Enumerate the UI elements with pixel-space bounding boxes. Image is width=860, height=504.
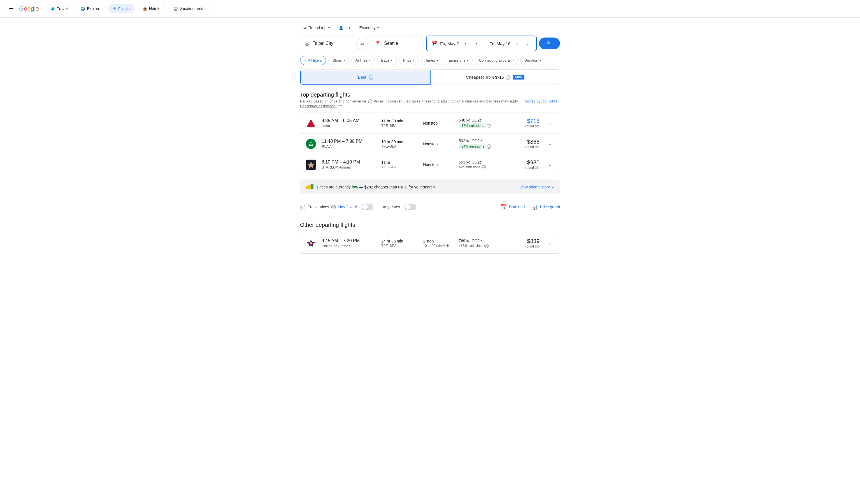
flight-3-duration: 11 hr TPE–SEA [381, 160, 417, 169]
flight-1-price: $715 round trip [510, 118, 540, 128]
nav-vacation[interactable]: 🏠 Vacation rentals [168, 4, 212, 13]
return-date-next-button[interactable]: › [524, 40, 532, 47]
date-prev-button[interactable]: ‹ [462, 40, 470, 47]
sorted-by-button[interactable]: Sorted by top flights ↕ [525, 99, 560, 103]
flight-3-stops: Nonstop [423, 162, 453, 167]
swap-airports-button[interactable]: ⇄ [356, 37, 368, 50]
connecting-airports-dropdown-icon: ▾ [512, 59, 514, 62]
nav-explore[interactable]: 🌍 Explore [76, 4, 105, 13]
passengers-dropdown-arrow: ▾ [349, 26, 350, 29]
hotels-icon: 🏨 [143, 6, 147, 11]
flight-card-2[interactable]: EVA 11:40 PM – 7:30 PM EVA Air 10 hr 50 … [300, 134, 560, 154]
flight-3-time-range: 8:10 PM – 4:10 PM [321, 160, 376, 165]
ranked-info-icon[interactable]: ⓘ [368, 99, 372, 103]
flight-1-emissions: 548 kg CO2e -17% emissions ⓘ [459, 118, 504, 128]
passengers-selector[interactable]: 👤 1 ▾ [335, 23, 354, 32]
bags-filter[interactable]: Bags ▾ [377, 56, 397, 65]
emissions-info-icon-2[interactable]: ⓘ [487, 145, 491, 149]
expand-icon-3: ⌄ [548, 162, 551, 167]
round-trip-icon: ⇄ [303, 26, 307, 30]
flight-4-stops: 1 stop 10 hr 20 min MNL [423, 239, 453, 248]
trip-dropdown-arrow: ▾ [328, 26, 330, 29]
return-date-prev-button[interactable]: ‹ [513, 40, 521, 47]
departure-date-field[interactable]: 📅 Fri, May 2 ‹ › [427, 36, 485, 51]
flight-1-duration: 11 hr 30 min TPE–SEA [381, 119, 417, 128]
origin-input[interactable]: Taipei City [313, 41, 349, 46]
flight-4-expand-button[interactable]: ⌄ [545, 239, 554, 248]
date-grid-button[interactable]: 📅 Date grid [501, 204, 525, 210]
flight-2-price: $866 round trip [510, 138, 540, 149]
philippine-airlines-logo [306, 238, 316, 248]
svg-point-14 [310, 242, 312, 244]
duration-filter[interactable]: Duration ▾ [520, 56, 545, 65]
flight-4-price: $839 round trip [510, 238, 540, 248]
emissions-info-icon-1[interactable]: ⓘ [487, 124, 491, 128]
cabin-selector[interactable]: Economy ▾ [356, 23, 382, 32]
expand-icon-4: ⌄ [548, 240, 551, 246]
flight-2-expand-button[interactable]: ⌄ [545, 139, 554, 148]
flight-card-4[interactable]: 9:45 AM – 7:20 PM Philippine Airlines 24… [300, 233, 560, 253]
other-flights-list: 9:45 AM – 7:20 PM Philippine Airlines 24… [300, 233, 560, 254]
nav-travel[interactable]: 🧳 Travel [46, 4, 72, 13]
flight-4-duration: 24 hr 35 min TPE–SEA [381, 239, 417, 248]
expand-icon-2: ⌄ [548, 141, 551, 146]
airlines-filter[interactable]: Airlines ▾ [351, 56, 375, 65]
stops-filter[interactable]: Stops ▾ [328, 56, 349, 65]
flight-1-expand-button[interactable]: ⌄ [545, 119, 554, 128]
any-dates-toggle[interactable] [404, 204, 416, 210]
destination-field[interactable]: 📍 Seattle [370, 35, 424, 51]
cheapest-info-icon[interactable]: ⓘ [506, 75, 511, 79]
track-info-icon[interactable]: ⓘ [331, 205, 335, 209]
duration-dropdown-icon: ▾ [540, 59, 541, 62]
emissions-filter[interactable]: Emissions ▾ [445, 56, 473, 65]
price-graph-button[interactable]: 📊 Price graph [531, 204, 560, 210]
return-date-field[interactable]: Fri, May 16 ‹ › [485, 36, 536, 51]
origin-field[interactable]: ◎ Taipei City [300, 35, 354, 51]
flight-1-airline: Delta [321, 124, 376, 128]
price-low-icon [306, 184, 314, 190]
nav-flights[interactable]: ✈ Flights [109, 4, 134, 13]
stops-dropdown-icon: ▾ [343, 59, 345, 62]
price-filter[interactable]: Price ▾ [399, 56, 419, 65]
date-range-field[interactable]: 📅 Fri, May 2 ‹ › Fri, May 16 ‹ › [426, 35, 537, 51]
flight-card-1[interactable]: 9:35 AM – 6:05 AM Delta 11 hr 30 min TPE… [300, 113, 560, 134]
flight-card-3[interactable]: 8:10 PM – 4:10 PM STARLUX Airlines 11 hr… [300, 154, 560, 175]
search-icon: 🔍 [547, 41, 552, 46]
emissions-info-icon-3[interactable]: ⓘ [482, 165, 486, 169]
top-flights-title: Top departing flights [300, 92, 560, 98]
nav-hotels[interactable]: 🏨 Hotels [138, 4, 165, 13]
person-icon: 👤 [339, 26, 343, 30]
flight-3-emissions: 653 kg CO2e Avg emissions ⓘ [459, 160, 504, 169]
sort-best-tab[interactable]: Best ⓘ [300, 70, 431, 85]
calendar-icon: 📅 [431, 40, 437, 46]
cabin-dropdown-arrow: ▾ [377, 26, 379, 29]
flight-3-expand-button[interactable]: ⌄ [545, 160, 554, 169]
destination-input[interactable]: Seattle [384, 41, 419, 46]
times-filter[interactable]: Times ▾ [421, 56, 442, 65]
filter-icon: ≡ [304, 58, 306, 62]
new-badge: NEW [513, 75, 525, 79]
eva-logo: EVA [306, 139, 316, 149]
flight-4-time-range: 9:45 AM – 7:20 PM [321, 238, 376, 243]
passenger-assistance-link[interactable]: Passenger assistance [300, 104, 337, 108]
hamburger-menu[interactable]: ☰ [7, 3, 16, 14]
track-toggle[interactable] [362, 204, 373, 210]
travel-icon: 🧳 [51, 6, 55, 11]
sort-cheapest-tab[interactable]: Cheapest from $715 ⓘ NEW [431, 70, 560, 85]
best-info-icon[interactable]: ⓘ [369, 75, 373, 79]
flight-1-times: 9:35 AM – 6:05 AM Delta [321, 118, 376, 128]
search-button[interactable]: 🔍 [539, 38, 560, 49]
date-next-button[interactable]: › [472, 40, 480, 47]
all-filters-button[interactable]: ≡ All filters [300, 56, 326, 65]
view-price-history-button[interactable]: View price history ⌄ [519, 185, 554, 189]
round-trip-selector[interactable]: ⇄ Round trip ▾ [300, 23, 333, 32]
svg-rect-9 [309, 185, 311, 189]
other-flights-title: Other departing flights [300, 222, 560, 228]
flight-1-time-range: 9:35 AM – 6:05 AM [321, 118, 376, 123]
connecting-airports-filter[interactable]: Connecting airports ▾ [475, 56, 518, 65]
flight-4-emissions: 769 kg CO2e +16% emissions ⓘ [459, 239, 504, 248]
price-graph-icon: 📊 [531, 204, 538, 210]
flight-3-times: 8:10 PM – 4:10 PM STARLUX Airlines [321, 160, 376, 169]
origin-location-icon: ◎ [305, 40, 309, 46]
emissions-info-icon-4[interactable]: ⓘ [484, 244, 489, 248]
